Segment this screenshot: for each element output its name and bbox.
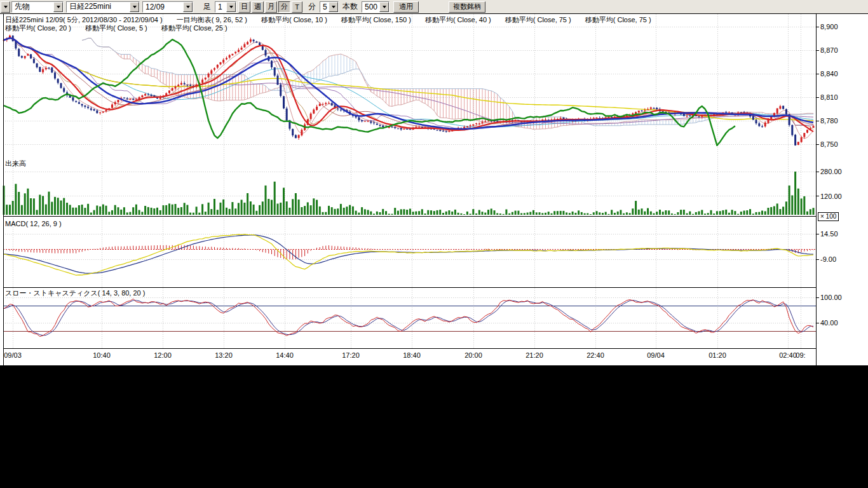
stoch-pane-title: スロー・ストキャスティクス( 14, 3, 80, 20 )	[5, 288, 145, 298]
chevron-down-icon	[130, 2, 139, 12]
desktop-background	[0, 365, 868, 488]
chevron-down-icon	[329, 2, 338, 12]
symbol-value: 日経225mini	[69, 1, 111, 12]
svg-text:8,870: 8,870	[820, 46, 838, 54]
category-value: 先物	[15, 1, 30, 12]
svg-text:100.00: 100.00	[820, 294, 842, 301]
symbol-select[interactable]: 日経225mini	[66, 1, 140, 13]
toolbar: 先物 日経225mini 12/09 足 1 日 週 月 分 T 分 5 本数 …	[0, 0, 868, 14]
period-day-button[interactable]: 日	[238, 1, 250, 13]
svg-text:8,900: 8,900	[820, 23, 838, 30]
legend-line-2: 移動平均( Close, 20 )移動平均( Close, 5 )移動平均( C…	[5, 24, 241, 33]
svg-text:13:20: 13:20	[215, 351, 233, 359]
svg-text:17:20: 17:20	[342, 351, 360, 359]
svg-text:8,780: 8,780	[820, 117, 838, 125]
volume-unit-badge: × 100	[818, 212, 839, 221]
svg-text:22:40: 22:40	[587, 351, 604, 359]
svg-text:02:40: 02:40	[779, 351, 797, 359]
chevron-down-icon	[4, 6, 8, 10]
legend-item: 移動平均( Close, 40 )	[425, 16, 491, 24]
chart-area[interactable]: 8,9008,8708,8408,8108,7808,750280.00120.…	[0, 0, 868, 488]
minute-value: 5	[323, 3, 327, 11]
apply-button[interactable]: 適用	[393, 1, 419, 13]
bar-count-input[interactable]: 1	[215, 1, 236, 13]
legend-item: 移動平均( Close, 10 )	[261, 16, 327, 24]
legend-item: 移動平均( Close, 25 )	[161, 24, 227, 32]
svg-text:280.00: 280.00	[820, 168, 842, 175]
svg-text:01:20: 01:20	[709, 351, 726, 359]
contract-value: 12/09	[146, 3, 165, 11]
minute-input[interactable]: 5	[320, 1, 339, 13]
svg-text:40.00: 40.00	[820, 319, 838, 327]
svg-text:10:40: 10:40	[93, 351, 111, 359]
volume-pane-title: 出来高	[5, 159, 26, 168]
chevron-down-icon	[379, 2, 389, 12]
bars-label: 本数	[342, 1, 358, 12]
multi-symbol-button[interactable]: 複数銘柄	[449, 1, 485, 13]
legend-item: 移動平均( Close, 20 )	[5, 24, 71, 32]
chevron-down-icon	[183, 2, 193, 12]
svg-text:8,840: 8,840	[820, 70, 838, 78]
svg-text:09/04: 09/04	[647, 351, 665, 359]
period-week-button[interactable]: 週	[252, 1, 264, 13]
contract-select[interactable]: 12/09	[142, 1, 193, 13]
bar-label: 足	[203, 1, 211, 12]
legend-item: 移動平均( Close, 5 )	[85, 24, 147, 32]
svg-text:20:00: 20:00	[465, 351, 482, 359]
period-minute-button[interactable]: 分	[278, 1, 290, 13]
svg-text:8,750: 8,750	[820, 140, 838, 148]
svg-text:120.00: 120.00	[820, 193, 842, 200]
legend-item: 移動平均( Close, 75 )	[505, 16, 571, 24]
svg-text:18:40: 18:40	[403, 351, 421, 359]
svg-text:12:00: 12:00	[154, 351, 172, 359]
macd-pane-title: MACD( 12, 26, 9 )	[5, 220, 62, 227]
legend-item: 一目均衡表( 9, 26, 52 )	[177, 16, 247, 24]
chevron-down-icon	[226, 2, 236, 12]
bar-count-value: 1	[218, 3, 222, 11]
chart-style-dropdown-button[interactable]	[1, 1, 10, 13]
svg-text:8,810: 8,810	[820, 93, 838, 101]
svg-text:21:20: 21:20	[526, 351, 543, 359]
tick-button[interactable]: T	[292, 1, 302, 13]
bars-input[interactable]: 500	[362, 1, 390, 13]
chevron-down-icon	[53, 2, 63, 12]
svg-text:09:: 09:	[796, 351, 805, 359]
svg-text:-9.00: -9.00	[820, 255, 836, 263]
legend-item: 移動平均( Close, 75 )	[585, 16, 651, 24]
bars-value: 500	[365, 3, 377, 11]
category-select[interactable]: 先物	[11, 1, 64, 13]
svg-text:14:40: 14:40	[276, 351, 294, 359]
svg-text:09/03: 09/03	[4, 351, 22, 359]
period-month-button[interactable]: 月	[265, 1, 277, 13]
minute-label: 分	[308, 1, 316, 12]
svg-text:14.50: 14.50	[820, 230, 838, 238]
legend-item: 移動平均( Close, 150 )	[341, 16, 411, 24]
legend-item: 日経225mini 12/09( 5分, 2012/08/30 - 2012/0…	[5, 16, 163, 24]
